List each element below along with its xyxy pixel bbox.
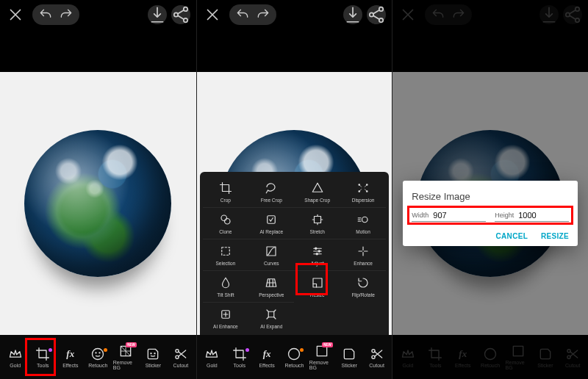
tool-label: AI Replace xyxy=(259,229,283,234)
svg-rect-21 xyxy=(314,217,320,223)
cancel-button[interactable]: CANCEL xyxy=(496,232,528,240)
tool-selection[interactable]: Selection xyxy=(203,239,248,270)
editor-canvas[interactable] xyxy=(0,72,196,335)
width-field[interactable]: Width 907 xyxy=(412,209,486,222)
motion-icon xyxy=(356,212,370,227)
tool-motion[interactable]: Motion xyxy=(340,207,386,239)
notification-dot xyxy=(49,348,52,352)
ai-enhance-icon xyxy=(219,307,232,322)
share-icon[interactable] xyxy=(171,5,190,24)
nav-label: Tools xyxy=(234,363,245,368)
redo-icon[interactable] xyxy=(59,7,74,22)
tool-resize[interactable]: Resize xyxy=(294,270,340,302)
svg-rect-20 xyxy=(268,216,276,224)
close-icon[interactable] xyxy=(6,5,25,24)
notification-dot xyxy=(104,348,107,352)
tool-aienhance[interactable]: AI Enhance xyxy=(203,302,248,333)
close-icon[interactable] xyxy=(203,5,222,24)
sliders-icon xyxy=(311,244,324,259)
download-icon[interactable] xyxy=(148,5,167,24)
tool-aiexpand[interactable]: AI Expand xyxy=(248,302,294,333)
bottom-nav: Gold Tools fxEffects Retouch NEWRemove B… xyxy=(0,335,196,379)
nav-tools[interactable]: Tools xyxy=(30,347,55,368)
nav-tools[interactable]: Tools xyxy=(227,347,252,368)
tool-stretch[interactable]: Stretch xyxy=(294,207,340,239)
width-value: 907 xyxy=(433,211,446,220)
drop-icon xyxy=(219,275,232,290)
tool-fliprotate[interactable]: Flip/Rotate xyxy=(340,270,386,302)
download-icon[interactable] xyxy=(343,5,362,24)
svg-point-7 xyxy=(151,353,151,353)
tool-perspective[interactable]: Perspective xyxy=(248,270,294,302)
nav-gold[interactable]: Gold xyxy=(3,347,28,368)
sticker-icon xyxy=(146,347,160,361)
tool-shapecrop[interactable]: Shape Crop xyxy=(294,176,340,207)
nav-label: Tools xyxy=(37,363,49,368)
notification-dot xyxy=(245,348,249,352)
editor-topbar xyxy=(0,0,196,29)
svg-rect-32 xyxy=(317,346,326,355)
tools-popup: Crop Free Crop Shape Crop Dispersion Clo… xyxy=(200,172,390,335)
nav-removebg[interactable]: NEWRemove BG xyxy=(113,344,138,370)
nav-cutout[interactable]: Cutout xyxy=(365,347,390,368)
tool-label: AI Enhance xyxy=(213,324,238,329)
tool-dispersion[interactable]: Dispersion xyxy=(340,176,386,207)
svg-point-17 xyxy=(367,191,368,192)
tool-label: Shape Crop xyxy=(304,198,330,203)
nav-cutout[interactable]: Cutout xyxy=(168,347,193,368)
nav-label: Effects xyxy=(259,363,274,368)
nav-retouch[interactable]: Retouch xyxy=(282,347,306,368)
nav-label: Sticker xyxy=(342,363,357,368)
tool-freecrop[interactable]: Free Crop xyxy=(248,176,294,207)
svg-point-8 xyxy=(154,353,155,353)
nav-label: Gold xyxy=(207,363,218,368)
bottom-nav: Gold Tools fxEffects Retouch NEWRemove B… xyxy=(197,335,392,379)
nav-sticker[interactable]: Sticker xyxy=(337,347,362,368)
svg-rect-30 xyxy=(269,311,275,317)
perspective-icon xyxy=(265,275,278,290)
tool-label: AI Expand xyxy=(260,324,282,329)
nav-label: Sticker xyxy=(146,363,161,368)
stretch-icon xyxy=(311,212,324,227)
height-field[interactable]: Height 1000 xyxy=(495,209,569,222)
nav-sticker[interactable]: Sticker xyxy=(140,347,165,368)
ai-expand-icon xyxy=(265,307,278,322)
nav-effects[interactable]: fxEffects xyxy=(58,347,83,368)
new-badge: NEW xyxy=(322,342,333,347)
nav-retouch[interactable]: Retouch xyxy=(85,347,110,368)
tool-crop[interactable]: Crop xyxy=(203,176,248,207)
undo-redo-pill xyxy=(32,4,79,25)
tool-curves[interactable]: Curves xyxy=(248,239,294,270)
magic-icon xyxy=(265,212,278,227)
crown-icon xyxy=(8,347,23,361)
width-label: Width xyxy=(412,212,429,219)
nav-gold[interactable]: Gold xyxy=(199,347,224,368)
editor-topbar xyxy=(197,0,392,29)
scissors-icon xyxy=(370,347,384,361)
nav-effects[interactable]: fxEffects xyxy=(254,347,279,368)
tool-tiltshift[interactable]: Tilt Shift xyxy=(203,270,248,302)
nav-label: Retouch xyxy=(284,363,304,368)
earth-image xyxy=(24,130,171,277)
nav-label: Cutout xyxy=(173,363,189,368)
tool-adjust[interactable]: Adjust xyxy=(294,239,340,270)
share-icon[interactable] xyxy=(367,5,386,24)
tool-enhance[interactable]: Enhance xyxy=(340,239,386,270)
fx-icon: fx xyxy=(259,347,274,361)
undo-icon[interactable] xyxy=(38,7,53,22)
sparkle-icon xyxy=(356,244,370,259)
fx-icon: fx xyxy=(63,347,78,361)
tool-clone[interactable]: Clone xyxy=(203,207,248,239)
nav-removebg[interactable]: NEWRemove BG xyxy=(309,344,334,370)
undo-icon[interactable] xyxy=(235,7,250,22)
tool-label: Clone xyxy=(219,229,232,234)
resize-button[interactable]: RESIZE xyxy=(541,232,569,240)
notification-dot xyxy=(300,348,304,352)
crop-icon xyxy=(35,347,50,361)
tool-aireplace[interactable]: AI Replace xyxy=(248,207,294,239)
svg-point-16 xyxy=(359,191,360,192)
svg-point-3 xyxy=(93,348,104,359)
tool-label: Motion xyxy=(356,229,370,234)
redo-icon[interactable] xyxy=(256,7,270,22)
svg-point-22 xyxy=(362,217,368,223)
